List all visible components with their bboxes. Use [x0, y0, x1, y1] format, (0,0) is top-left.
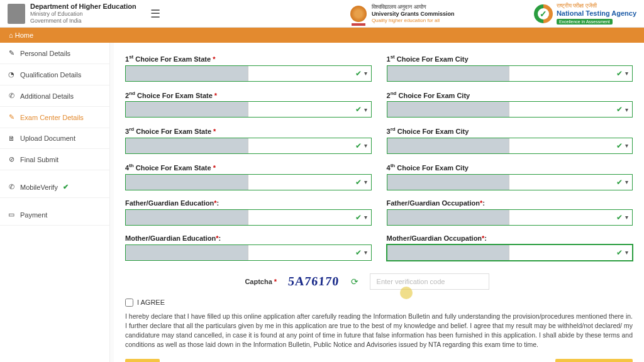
chevron-down-icon: ▾	[364, 214, 367, 221]
label-state-4: 4th Choice For Exam State *	[125, 163, 372, 172]
select-father-occ[interactable]: ✔▾	[387, 209, 633, 226]
sidebar-item-label: MobileVerify	[20, 184, 58, 191]
check-icon: ✔	[616, 69, 623, 78]
check-icon: ✔	[355, 248, 362, 257]
sidebar-item-label: Personal Details	[20, 50, 70, 57]
select-city-3[interactable]: ✔▾	[387, 138, 633, 154]
nta-text: राष्ट्रीय परीक्षा एजेंसी National Testin…	[557, 3, 636, 25]
circle-icon: ⊘	[8, 155, 15, 163]
chevron-down-icon: ▾	[625, 70, 628, 77]
check-icon: ✔	[616, 213, 623, 222]
label-father-edu: Father/Guardian Education*:	[125, 199, 372, 207]
sidebar-item-mobileverify[interactable]: ✆MobileVerify ✔	[0, 177, 109, 198]
captcha-input[interactable]	[370, 273, 489, 290]
chevron-down-icon: ▾	[364, 249, 367, 256]
chevron-down-icon: ▾	[625, 106, 628, 113]
nta-hindi: राष्ट्रीय परीक्षा एजेंसी	[557, 3, 636, 9]
label-father-occ: Father/Guardian Occupation*:	[387, 199, 633, 207]
chevron-down-icon: ▾	[625, 249, 628, 256]
agree-label: I AGREE	[137, 299, 165, 306]
check-icon: ✔	[355, 105, 362, 114]
sidebar-item-label: Additional Details	[20, 92, 74, 100]
select-mother-occ[interactable]: ✔▾	[387, 244, 633, 261]
check-icon: ✔	[616, 105, 623, 114]
ugc-text: विश्वविद्यालय अनुदान आयोग University Gra…	[372, 4, 455, 23]
check-icon: ✔	[616, 178, 623, 187]
label-state-3: 3rd Choice For Exam State *	[125, 126, 372, 135]
gov-text: Government of India	[30, 18, 136, 25]
select-state-4[interactable]: ✔▾	[125, 174, 372, 190]
top-header: Department of Higher Education Ministry …	[0, 0, 644, 28]
sidebar-item-payment[interactable]: ▭Payment	[0, 204, 109, 226]
phone-icon: ✆	[8, 92, 15, 100]
ugc-hindi: विश्वविद्यालय अनुदान आयोग	[372, 4, 455, 11]
select-state-1[interactable]: ✔▾	[125, 65, 372, 82]
agree-row: I AGREE	[125, 299, 633, 307]
check-icon: ✔	[355, 178, 362, 187]
ugc-logo-icon	[350, 6, 367, 22]
label-state-1: 1st Choice For Exam State *	[125, 54, 372, 63]
header-dept-text: Department of Higher Education Ministry …	[30, 3, 136, 25]
label-city-1: 1st Choice For Exam City	[387, 54, 633, 63]
sidebar-item-label: Qualification Details	[20, 71, 81, 79]
sidebar-item-additional[interactable]: ✆Additional Details	[0, 85, 109, 107]
chevron-down-icon: ▾	[625, 142, 628, 149]
phone2-icon: ✆	[8, 183, 15, 191]
label-mother-occ: Mother/Guardian Occupation*:	[387, 234, 633, 242]
label-mother-edu: Mother/Guardian Education*:	[125, 234, 372, 242]
grad-icon: ◔	[8, 70, 15, 79]
home-breadcrumb[interactable]: Home	[9, 31, 33, 39]
nta-block: राष्ट्रीय परीक्षा एजेंसी National Testin…	[534, 3, 636, 25]
pen-icon: ✎	[8, 113, 15, 121]
main-form: 1st Choice For Exam State * ✔▾ 1st Choic…	[114, 43, 644, 362]
select-state-2[interactable]: ✔▾	[125, 101, 372, 118]
nta-strip: Excellence in Assessment	[557, 19, 613, 25]
india-emblem-icon	[8, 4, 25, 24]
declaration-text: I hereby declare that I have filled up t…	[125, 312, 633, 350]
sidebar-item-personal[interactable]: ✎Personal Details	[0, 43, 109, 64]
select-mother-edu[interactable]: ✔▾	[125, 244, 372, 261]
select-father-edu[interactable]: ✔▾	[125, 209, 372, 226]
select-city-2[interactable]: ✔▾	[387, 101, 633, 118]
check-icon: ✔	[616, 248, 623, 257]
captcha-row: Captcha * 5A76170 ⟳	[125, 273, 633, 290]
sidebar-item-qualification[interactable]: ◔Qualification Details	[0, 64, 109, 85]
ministry-text: Ministry of Education	[30, 11, 136, 18]
label-city-4: 4th Choice For Exam City	[387, 163, 633, 172]
breadcrumb-bar: Home	[0, 28, 644, 43]
select-city-1[interactable]: ✔▾	[387, 65, 633, 82]
check-icon: ✔	[616, 141, 623, 150]
person-icon: ✎	[8, 49, 15, 57]
hamburger-icon[interactable]: ☰	[150, 7, 160, 21]
check-icon: ✔	[355, 141, 362, 150]
ugc-english: University Grants Commission	[372, 11, 455, 18]
sidebar-item-finalsubmit[interactable]: ⊘Final Submit	[0, 149, 109, 170]
card-icon: ▭	[8, 211, 15, 219]
back-button[interactable]: Back	[125, 359, 160, 363]
captcha-label: Captcha *	[245, 278, 277, 285]
captcha-refresh-icon[interactable]: ⟳	[351, 277, 358, 287]
label-state-2: 2nd Choice For Exam State *	[125, 90, 372, 99]
chevron-down-icon: ▾	[364, 70, 367, 77]
check-icon: ✔	[355, 213, 362, 222]
verified-check-icon: ✔	[63, 183, 69, 191]
select-city-4[interactable]: ✔▾	[387, 174, 633, 190]
sidebar-item-label: Payment	[20, 211, 47, 219]
sidebar-item-label: Exam Center Details	[20, 114, 84, 121]
nta-logo-icon	[534, 4, 553, 23]
header-left: Department of Higher Education Ministry …	[8, 3, 270, 25]
sidebar: ✎Personal Details ◔Qualification Details…	[0, 43, 110, 362]
sidebar-item-label: Upload Document	[20, 134, 75, 142]
dept-title: Department of Higher Education	[30, 3, 136, 11]
agree-checkbox[interactable]	[125, 299, 133, 307]
chevron-down-icon: ▾	[364, 178, 367, 185]
save-next-button[interactable]: 🖫 Save & Next ⊙	[555, 359, 633, 363]
check-icon: ✔	[355, 69, 362, 78]
captcha-image: 5A76170	[287, 274, 340, 288]
sidebar-item-label: Final Submit	[20, 156, 58, 163]
label-city-3: 3rd Choice For Exam City	[387, 126, 633, 135]
select-state-3[interactable]: ✔▾	[125, 138, 372, 154]
sidebar-item-upload[interactable]: 🗎Upload Document	[0, 128, 109, 149]
sidebar-item-examcenter[interactable]: ✎Exam Center Details	[0, 107, 109, 128]
chevron-down-icon: ▾	[364, 142, 367, 149]
